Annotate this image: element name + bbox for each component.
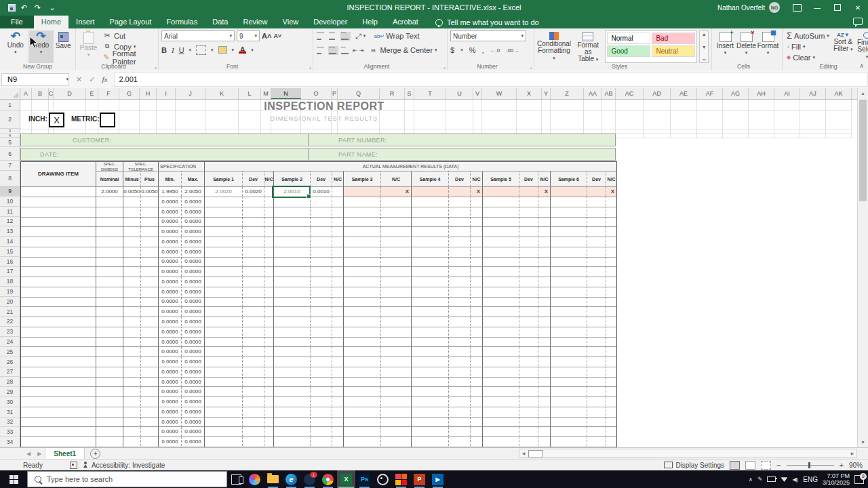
column-header-AC[interactable]: AC (616, 88, 644, 99)
cell-min[interactable]: 0.0000 (158, 397, 181, 407)
cell-nc3[interactable] (380, 347, 411, 357)
cell-dev5[interactable] (519, 227, 538, 237)
battery-icon[interactable] (767, 476, 776, 482)
cell-s2[interactable] (273, 307, 310, 317)
cell-s2[interactable] (273, 437, 310, 447)
cell-dev2[interactable] (310, 247, 332, 258)
cell-nc6[interactable] (606, 227, 616, 237)
cell-item[interactable] (21, 307, 96, 317)
scroll-right-icon[interactable]: ▶ (848, 451, 856, 455)
cell-nominal[interactable] (96, 247, 123, 258)
customer-field[interactable]: CUSTOMER: (20, 134, 309, 146)
cell-s5[interactable] (482, 327, 519, 338)
cell-s5[interactable] (482, 287, 519, 298)
cell-nominal[interactable] (96, 218, 123, 228)
cell-s5[interactable] (482, 247, 519, 258)
tab-formulas[interactable]: Formulas (159, 16, 205, 28)
cell-nc5[interactable] (538, 307, 550, 317)
cell-dev1[interactable] (242, 287, 264, 298)
cell-dev1[interactable] (242, 247, 264, 258)
increase-font-icon[interactable]: A˄ (262, 32, 271, 40)
cell-nc5[interactable] (538, 258, 550, 268)
cell-s1[interactable] (204, 287, 242, 298)
cell-plus[interactable] (140, 298, 158, 308)
cell-s3[interactable] (343, 347, 380, 357)
cell-nominal[interactable] (96, 298, 123, 308)
cell-nc2[interactable] (332, 277, 343, 287)
cell-nc2[interactable] (332, 397, 343, 407)
cell-min[interactable]: 0.0000 (158, 218, 181, 228)
cell-dev6[interactable] (587, 367, 606, 378)
cell-dev1[interactable] (242, 387, 264, 397)
cell-dev5[interactable] (519, 367, 538, 378)
cell-nc1[interactable] (264, 227, 273, 237)
row-header-16[interactable]: 16 (0, 257, 20, 267)
collapse-ribbon-icon[interactable]: ∧ (859, 62, 864, 69)
row-header-30[interactable]: 30 (0, 397, 20, 407)
row-header-10[interactable]: 10 (0, 197, 20, 207)
scroll-up-icon[interactable]: ▲ (858, 88, 868, 98)
cell-plus[interactable] (140, 427, 158, 437)
cell-nc2[interactable] (332, 227, 343, 237)
cell-dev5[interactable] (519, 307, 538, 317)
cell-item[interactable] (21, 218, 96, 228)
store-icon[interactable] (392, 470, 410, 488)
cell-s1[interactable] (204, 277, 242, 287)
undo-button[interactable]: ↶ Undo▾ (3, 30, 28, 63)
cell-s5[interactable] (482, 397, 519, 407)
borders-icon[interactable] (196, 45, 206, 55)
cell-dev4[interactable] (448, 407, 470, 418)
cell-dev1[interactable] (242, 407, 264, 418)
row-header-17[interactable]: 17 (0, 267, 20, 277)
cell-dev6[interactable] (587, 277, 606, 287)
cell-nc4[interactable] (470, 307, 482, 317)
cell-nc5[interactable] (538, 227, 550, 237)
cell-s6[interactable] (550, 287, 587, 298)
cell-dev6[interactable] (587, 307, 606, 317)
cell-dev1-row9[interactable]: 0.0020 (242, 187, 264, 197)
cell-nc2[interactable] (332, 347, 343, 357)
column-header-J[interactable]: J (176, 88, 205, 99)
cell-style-neutral[interactable]: Neutral (652, 45, 695, 57)
row-header-22[interactable]: 22 (0, 317, 20, 327)
cell-min[interactable]: 0.0000 (158, 237, 181, 247)
cell-plus[interactable] (140, 307, 158, 317)
cell-s6[interactable] (550, 378, 587, 388)
task-view-icon[interactable] (227, 470, 245, 488)
cell-s4[interactable] (411, 378, 448, 388)
cell-nc1[interactable] (264, 397, 273, 407)
row-header-13[interactable]: 13 (0, 226, 20, 237)
chrome-icon[interactable] (319, 470, 337, 488)
redo-button[interactable]: ↷ Redo▾ (28, 30, 54, 63)
cell-plus[interactable] (140, 237, 158, 247)
cell-s2[interactable] (273, 357, 310, 367)
cell-s4[interactable] (411, 367, 448, 378)
cell-s5[interactable] (482, 347, 519, 357)
cell-s5[interactable] (482, 267, 519, 277)
column-header-C[interactable]: C (49, 88, 54, 99)
cell-s6[interactable] (550, 397, 587, 407)
cell-max[interactable]: 0.0000 (181, 437, 204, 447)
cell-nominal[interactable] (96, 307, 123, 317)
cell-nc2[interactable] (332, 418, 343, 428)
cell-dev6[interactable] (587, 237, 606, 247)
cell-dev2[interactable] (310, 307, 332, 317)
cell-max[interactable]: 0.0000 (181, 298, 204, 308)
cell-dev4[interactable] (448, 427, 470, 437)
cell-minus[interactable] (123, 378, 140, 388)
cell-nc4[interactable] (470, 418, 482, 428)
percent-style-icon[interactable]: % (469, 46, 476, 54)
cell-dev6[interactable] (587, 267, 606, 277)
cell-dev5[interactable] (519, 437, 538, 447)
cell-dev2[interactable] (310, 427, 332, 437)
cell-dev5[interactable] (519, 207, 538, 218)
cell-dev4[interactable] (448, 227, 470, 237)
cell-nominal[interactable] (96, 327, 123, 338)
cell-dev4[interactable] (448, 247, 470, 258)
cell-item[interactable] (21, 407, 96, 418)
column-header-H[interactable]: H (140, 88, 157, 99)
cell-s2[interactable] (273, 258, 310, 268)
cell-s1[interactable] (204, 218, 242, 228)
cell-s5[interactable] (482, 367, 519, 378)
cell-nc6[interactable] (606, 418, 616, 428)
